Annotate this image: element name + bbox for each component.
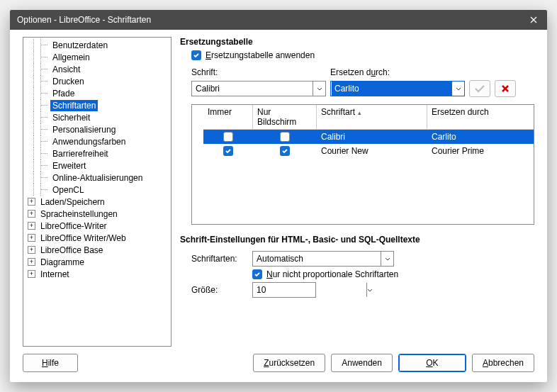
- expand-icon[interactable]: +: [28, 198, 35, 206]
- x-icon: [501, 84, 510, 93]
- ok-button[interactable]: OK: [398, 354, 466, 372]
- tree-item-libreoffice-base[interactable]: +LibreOffice Base: [23, 244, 171, 256]
- tree-item-barrierefreiheit[interactable]: Barrierefreiheit: [23, 147, 171, 159]
- col-font[interactable]: Schriftart▴: [317, 105, 427, 129]
- sort-asc-icon: ▴: [358, 109, 361, 116]
- replace-with-input[interactable]: [332, 82, 451, 96]
- chevron-down-icon[interactable]: [381, 252, 393, 266]
- tree-item-personalisierung[interactable]: Personalisierung: [23, 123, 171, 135]
- apply-replacement-checkbox[interactable]: [191, 50, 201, 60]
- row-checkbox[interactable]: [223, 146, 233, 156]
- dialog-buttons: Hilfe Zurücksetzen Anwenden OK Abbrechen: [10, 347, 547, 382]
- tree-item-pfade[interactable]: Pfade: [23, 87, 171, 99]
- row-checkbox[interactable]: [223, 132, 233, 142]
- help-button[interactable]: Hilfe: [23, 354, 78, 372]
- window-title: Optionen - LibreOffice - Schriftarten: [17, 15, 151, 25]
- col-immer[interactable]: Immer: [203, 105, 253, 129]
- tree-item-diagramme[interactable]: +Diagramme: [23, 256, 171, 268]
- apply-button[interactable]: Anwenden: [331, 354, 393, 372]
- source-fonts-combo[interactable]: [252, 251, 394, 267]
- settings-panel: Ersetzungstabelle Ersetzungstabelle anwe…: [180, 37, 534, 347]
- apply-replacement-button[interactable]: [469, 80, 490, 97]
- titlebar: Optionen - LibreOffice - Schriftarten: [10, 10, 547, 30]
- cancel-button[interactable]: Abbrechen: [472, 354, 534, 372]
- source-fonts-heading: Schrift-Einstellungen für HTML-, Basic- …: [180, 235, 534, 245]
- font-label: Schrift:: [191, 67, 330, 77]
- tree-item-anwendungsfarben[interactable]: Anwendungsfarben: [23, 135, 171, 147]
- tree-item-libreoffice-writer-web[interactable]: +LibreOffice Writer/Web: [23, 232, 171, 244]
- row-checkbox[interactable]: [280, 146, 290, 156]
- col-replace[interactable]: Ersetzen durch: [427, 105, 534, 129]
- tree-item-ansicht[interactable]: Ansicht: [23, 63, 171, 75]
- tree-item-online-aktualisierungen[interactable]: Online-Aktualisierungen: [23, 172, 171, 184]
- tree-item-libreoffice-writer[interactable]: +LibreOffice-Writer: [23, 220, 171, 232]
- tree-item-spracheinstellungen[interactable]: +Spracheinstellungen: [23, 208, 171, 220]
- apply-replacement-label: Ersetzungstabelle anwenden: [206, 50, 315, 60]
- chevron-down-icon[interactable]: [313, 82, 325, 96]
- reset-button[interactable]: Zurücksetzen: [253, 354, 325, 372]
- row-replace: Courier Prime: [427, 146, 534, 156]
- nonproportional-checkbox[interactable]: [252, 269, 262, 279]
- source-fonts-label: Schriftarten:: [191, 254, 248, 264]
- table-row[interactable]: Courier NewCourier Prime: [203, 144, 534, 158]
- chevron-down-icon[interactable]: [366, 283, 373, 297]
- chevron-down-icon[interactable]: [451, 82, 464, 96]
- table-header: Immer Nur Bildschirm Schriftart▴ Ersetze…: [203, 105, 534, 130]
- category-tree[interactable]: BenutzerdatenAllgemeinAnsichtDruckenPfad…: [23, 37, 171, 347]
- expand-icon[interactable]: +: [28, 222, 35, 230]
- tree-item-drucken[interactable]: Drucken: [23, 75, 171, 87]
- replace-with-combo[interactable]: [330, 81, 465, 96]
- font-input[interactable]: [192, 82, 313, 96]
- replace-with-label: Ersetzen durch:: [330, 67, 390, 77]
- row-font: Courier New: [317, 146, 427, 156]
- tree-item-opencl[interactable]: OpenCL: [23, 184, 171, 196]
- size-input[interactable]: [253, 283, 366, 297]
- row-font: Calibri: [317, 132, 427, 142]
- expand-icon[interactable]: +: [28, 270, 35, 278]
- source-fonts-input[interactable]: [253, 252, 381, 266]
- row-replace: Carlito: [427, 132, 534, 142]
- expand-icon[interactable]: +: [28, 234, 35, 242]
- font-combo[interactable]: [191, 81, 326, 96]
- replacement-table-heading: Ersetzungstabelle: [180, 37, 534, 47]
- table-row[interactable]: CalibriCarlito: [203, 130, 534, 144]
- row-checkbox[interactable]: [280, 132, 290, 142]
- close-icon[interactable]: [527, 13, 540, 26]
- check-icon: [474, 84, 485, 93]
- expand-icon[interactable]: +: [28, 210, 35, 218]
- col-screen[interactable]: Nur Bildschirm: [253, 105, 317, 129]
- expand-icon[interactable]: +: [28, 258, 35, 266]
- tree-item-allgemein[interactable]: Allgemein: [23, 51, 171, 63]
- options-dialog: Optionen - LibreOffice - Schriftarten Be…: [10, 10, 547, 382]
- nonproportional-label: Nur nicht proportionale Schriftarten: [266, 269, 398, 279]
- replacement-table[interactable]: Immer Nur Bildschirm Schriftart▴ Ersetze…: [191, 104, 534, 225]
- expand-icon[interactable]: +: [28, 246, 35, 254]
- size-label: Größe:: [191, 285, 248, 295]
- tree-item-laden-speichern[interactable]: +Laden/Speichern: [23, 196, 171, 208]
- size-combo[interactable]: [252, 282, 316, 298]
- delete-replacement-button[interactable]: [495, 80, 516, 97]
- tree-item-sicherheit[interactable]: Sicherheit: [23, 111, 171, 123]
- tree-item-erweitert[interactable]: Erweitert: [23, 159, 171, 172]
- tree-item-schriftarten[interactable]: Schriftarten: [23, 99, 171, 111]
- tree-item-internet[interactable]: +Internet: [23, 268, 171, 280]
- tree-item-benutzerdaten[interactable]: Benutzerdaten: [23, 39, 171, 51]
